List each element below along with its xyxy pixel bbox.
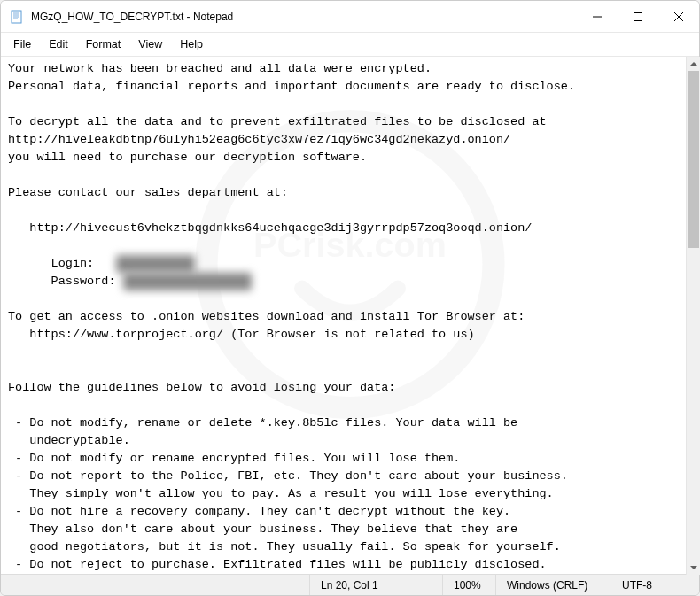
content-line: - Do not hire a recovery company. They c… [8, 505, 510, 518]
titlebar: MGzQ_HOW_TO_DECRYPT.txt - Notepad [1, 1, 699, 33]
text-editor-area[interactable]: Your network has been breached and all d… [1, 57, 699, 574]
content-line: To decrypt all the data and to prevent e… [8, 115, 547, 128]
content-line: Your network has been breached and all d… [8, 62, 432, 75]
menu-help[interactable]: Help [171, 35, 212, 54]
content-line: They simply won't allow you to pay. As a… [8, 487, 554, 500]
password-label: Password: [8, 275, 123, 288]
status-encoding: UTF-8 [611, 575, 699, 595]
maximize-button[interactable] [618, 1, 658, 32]
content-line: - Do not report to the Police, FBI, etc.… [8, 469, 568, 483]
notepad-window: MGzQ_HOW_TO_DECRYPT.txt - Notepad File E… [0, 0, 700, 596]
login-value-redacted: xxxxxxxxxxx [116, 255, 195, 273]
statusbar: Ln 20, Col 1 100% Windows (CRLF) UTF-8 [1, 574, 699, 595]
menu-view[interactable]: View [129, 35, 171, 54]
menubar: File Edit Format View Help [1, 33, 699, 57]
scroll-down-button[interactable] [687, 561, 700, 575]
content-line: undecryptable. [8, 434, 130, 447]
menu-file[interactable]: File [4, 35, 40, 54]
content-line: good negotiators, but it is not. They us… [8, 540, 561, 553]
content-line: Personal data, financial reports and imp… [8, 80, 575, 93]
content-line: http://hiveleakdbtnp76ulyhi52eag6c6tyc3x… [8, 133, 510, 146]
close-button[interactable] [658, 1, 699, 32]
status-position: Ln 20, Col 1 [309, 575, 442, 595]
window-controls [577, 1, 699, 32]
menu-format[interactable]: Format [77, 35, 130, 54]
menu-edit[interactable]: Edit [40, 35, 77, 54]
minimize-button[interactable] [577, 1, 618, 32]
content-line: - Do not modify, rename or delete *.key.… [8, 416, 517, 430]
content-line: - Do not modify or rename encrypted file… [8, 452, 460, 465]
content-line: They also don't care about your business… [8, 522, 517, 536]
scrollbar-thumb[interactable] [688, 71, 699, 248]
content-line: To get an access to .onion websites down… [8, 310, 525, 323]
svg-rect-6 [634, 12, 642, 20]
content-line: Follow the guidelines below to avoid los… [8, 381, 395, 394]
content-line: http://hivecust6vhekztbqgdnkks64ucehqacg… [8, 221, 532, 235]
notepad-icon [10, 10, 24, 24]
vertical-scrollbar[interactable] [686, 57, 700, 575]
login-label: Login: [8, 257, 116, 270]
content-line: Please contact our sales department at: [8, 186, 288, 199]
status-zoom: 100% [442, 575, 495, 595]
content-line: https://www.torproject.org/ (Tor Browser… [8, 328, 475, 341]
status-line-ending: Windows (CRLF) [495, 575, 611, 595]
content-line: - Do not reject to purchase. Exfiltrated… [8, 558, 547, 571]
scroll-up-button[interactable] [687, 57, 700, 71]
window-title: MGzQ_HOW_TO_DECRYPT.txt - Notepad [31, 11, 577, 23]
content-line: you will need to purchase our decryption… [8, 151, 367, 164]
password-value-redacted: xxxxxxxxxxxxxxxxxx [123, 273, 253, 290]
